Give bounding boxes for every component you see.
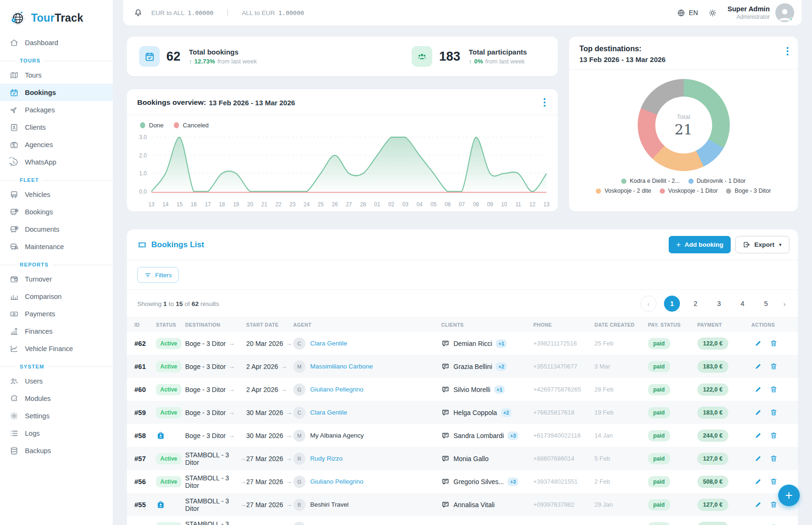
sidebar-item-maintenance[interactable]: Maintenance	[0, 238, 113, 255]
chat-icon[interactable]	[441, 362, 450, 371]
sidebar-item-turnover[interactable]: Turnover	[0, 270, 113, 288]
destination-cell[interactable]: Boge - 3 Ditor→	[185, 409, 246, 416]
pagination-next[interactable]: ›	[781, 300, 788, 308]
sidebar-item-bookings[interactable]: Bookings	[0, 203, 113, 220]
agent-name[interactable]: Beshiri Travel	[310, 501, 349, 508]
sidebar-item-packages[interactable]: Packages	[0, 101, 113, 118]
stat-total-bookings: 62 Total bookings ↑12.73%from last week	[139, 46, 257, 67]
delete-button[interactable]	[770, 454, 778, 462]
language-selector[interactable]: EN	[677, 8, 698, 17]
start-date-cell[interactable]: 27 Mar 2026→	[246, 455, 293, 462]
user-menu[interactable]: Super Admin Administrator	[727, 3, 794, 22]
pagination-page-1[interactable]: 1	[664, 296, 680, 312]
delete-button[interactable]	[770, 339, 778, 347]
sidebar-item-documents[interactable]: Documents	[0, 220, 113, 238]
pagination-prev[interactable]: ‹	[640, 296, 656, 312]
delete-button[interactable]	[770, 431, 778, 439]
pagination-page-3[interactable]: 3	[711, 296, 727, 312]
payment-amount: 122,0 €	[697, 337, 728, 350]
agent-name[interactable]: Giuliano Pellegrino	[310, 386, 363, 393]
chat-icon[interactable]	[441, 431, 450, 440]
client-name: Gregorio Silves...	[453, 478, 504, 486]
sidebar-item-dashboard[interactable]: Dashboard	[0, 34, 113, 51]
chat-icon[interactable]	[441, 524, 450, 525]
edit-button[interactable]	[754, 454, 762, 462]
sidebar-item-vehicles[interactable]: Vehicles	[0, 186, 113, 203]
fab-add-button[interactable]: +	[778, 485, 800, 506]
chart-legend: DoneCanceled	[134, 120, 550, 130]
start-date-cell[interactable]: 27 Mar 2026→	[246, 501, 293, 509]
agent-name[interactable]: My Albania Agency	[310, 432, 364, 439]
agent-name[interactable]: Giuliano Pellegrino	[310, 478, 363, 485]
destination-cell[interactable]: Boge - 3 Ditor→	[185, 386, 246, 393]
sidebar-item-logs[interactable]: Logs	[0, 424, 113, 442]
destination-cell[interactable]: STAMBOLL - 3 Ditor→	[185, 520, 246, 525]
sidebar-item-payments[interactable]: Payments	[0, 305, 113, 322]
agent-name[interactable]: Rudy Rizzo	[310, 455, 343, 462]
edit-button[interactable]	[754, 501, 762, 509]
edit-button[interactable]	[754, 339, 762, 347]
sidebar-item-settings[interactable]: Settings	[0, 407, 113, 424]
destinations-range: 13 Feb 2026 - 13 Mar 2026	[579, 55, 788, 63]
agent-name[interactable]: Clara Gentile	[310, 340, 347, 347]
theme-toggle[interactable]	[708, 8, 717, 17]
bookings-overview-card: Bookings overview: 13 Feb 2026 - 13 Mar …	[127, 89, 558, 212]
start-date-cell[interactable]: 2 Apr 2026→	[246, 386, 293, 393]
filters-button[interactable]: Filters	[137, 267, 179, 283]
destination-cell[interactable]: Boge - 3 Ditor→	[185, 432, 246, 439]
sidebar-item-bookings[interactable]: Bookings	[0, 84, 113, 101]
delete-button[interactable]	[770, 362, 778, 370]
id-card-icon	[9, 123, 19, 132]
edit-button[interactable]	[754, 478, 762, 486]
agent-avatar: M	[293, 360, 305, 373]
export-button[interactable]: Export▼	[735, 236, 789, 253]
sidebar-item-clients[interactable]: Clients	[0, 118, 113, 136]
edit-button[interactable]	[754, 431, 762, 439]
sidebar-item-tours[interactable]: Tours	[0, 66, 113, 84]
destination-cell[interactable]: STAMBOLL - 3 Ditor→	[185, 474, 246, 489]
sidebar-item-comparison[interactable]: Comparison	[0, 288, 113, 305]
start-date-cell[interactable]: 30 Mar 2026→	[246, 409, 293, 416]
edit-button[interactable]	[754, 385, 762, 393]
pagination-page-4[interactable]: 4	[734, 296, 750, 312]
sidebar-item-finances[interactable]: Finances	[0, 322, 113, 340]
delete-button[interactable]	[770, 385, 778, 393]
start-date-cell[interactable]: 20 Mar 2026→	[246, 340, 293, 347]
chat-icon[interactable]	[441, 408, 450, 417]
agent-name[interactable]: Clara Gentile	[310, 409, 347, 416]
start-date-cell[interactable]: 27 Mar 2026→	[246, 478, 293, 486]
add-booking-button[interactable]: +Add booking	[669, 236, 731, 253]
start-date-cell[interactable]: 30 Mar 2026→	[246, 432, 293, 439]
chat-icon[interactable]	[441, 339, 450, 348]
delete-button[interactable]	[770, 501, 778, 509]
chat-icon[interactable]	[441, 454, 450, 463]
destinations-kebab-menu[interactable]	[784, 45, 791, 57]
sidebar-item-agencies[interactable]: Agencies	[0, 136, 113, 153]
sidebar-item-modules[interactable]: Modules	[0, 390, 113, 407]
chat-icon[interactable]	[441, 385, 450, 394]
sidebar-item-whatsapp[interactable]: WhatsApp	[0, 153, 113, 171]
pagination-page-2[interactable]: 2	[687, 296, 703, 312]
destination-cell[interactable]: STAMBOLL - 3 Ditor→	[185, 497, 246, 512]
chat-icon[interactable]	[441, 501, 450, 509]
overview-kebab-menu[interactable]	[541, 96, 548, 109]
chat-icon[interactable]	[441, 478, 450, 486]
delete-button[interactable]	[770, 408, 778, 416]
sidebar-item-users[interactable]: Users	[0, 372, 113, 390]
pagination-page-5[interactable]: 5	[758, 296, 774, 312]
edit-button[interactable]	[754, 362, 762, 370]
area-chart-svg: 3.02.01.00.0 131415161718192021222324252…	[134, 130, 550, 210]
start-date-cell[interactable]: 2 Apr 2026→	[246, 363, 293, 370]
sidebar-item-vehicle-finance[interactable]: Vehicle Finance	[0, 340, 113, 357]
delete-button[interactable]	[770, 478, 778, 486]
agent-name[interactable]: Massimiliano Carbone	[310, 363, 373, 370]
booking-id: #58	[134, 432, 156, 439]
sidebar-item-backups[interactable]: Backups	[0, 442, 113, 459]
notifications-bell-icon[interactable]	[133, 8, 143, 17]
destination-cell[interactable]: STAMBOLL - 3 Ditor→	[185, 451, 246, 466]
destination-cell[interactable]: Boge - 3 Ditor→	[185, 340, 246, 347]
destination-cell[interactable]: Boge - 3 Ditor→	[185, 363, 246, 370]
svg-text:15: 15	[177, 201, 183, 208]
arrow-icon: →	[286, 478, 292, 485]
edit-button[interactable]	[754, 408, 762, 416]
